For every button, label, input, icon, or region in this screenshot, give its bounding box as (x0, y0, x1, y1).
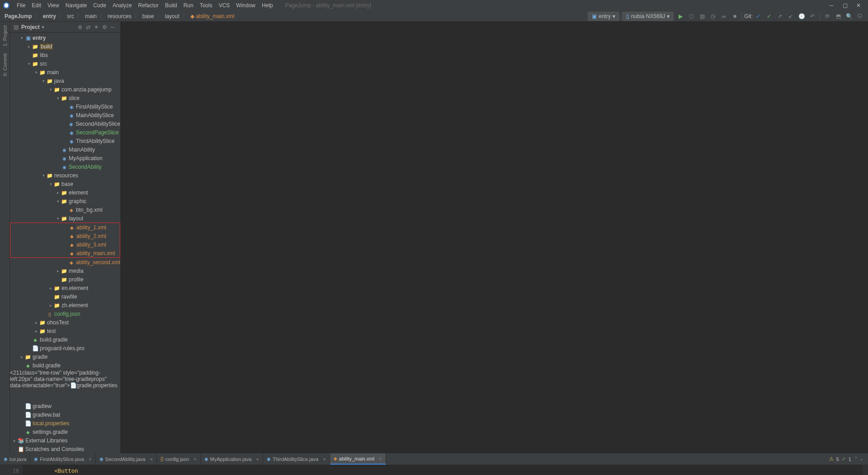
tree-localprops[interactable]: 📄local.properties (10, 419, 120, 428)
tree-gradlew[interactable]: 📄gradlew (10, 402, 120, 410)
tree-test[interactable]: ▸test (10, 327, 120, 335)
tree-mainability[interactable]: MainAbility (10, 145, 120, 154)
crumb-file[interactable]: ◆ ability_main.xml (189, 13, 236, 19)
menu-run[interactable]: Run (180, 2, 197, 9)
tree-layout[interactable]: ▾layout (10, 214, 120, 223)
attach-icon[interactable]: ⫘ (719, 11, 729, 21)
git-update-icon[interactable]: ✓ (753, 11, 763, 21)
tree-ability3[interactable]: ability_3.xml (10, 240, 120, 249)
expand-all-icon[interactable]: ⇄ (84, 24, 92, 30)
tree-scratches[interactable]: 📋Scratches and Consoles (10, 445, 120, 453)
project-dropdown-icon[interactable]: ▾ (42, 24, 44, 30)
debug-icon[interactable]: ⬡ (686, 11, 696, 21)
hide-icon[interactable]: ─ (108, 24, 117, 30)
notifications-icon[interactable]: 🗨 (855, 11, 865, 21)
settings-icon[interactable]: ⚙ (100, 24, 108, 30)
tree-proguard[interactable]: 📄proguard-rules.pro (10, 344, 120, 352)
tree-gradle[interactable]: ▸gradle (10, 352, 120, 361)
window-close-icon[interactable]: ✕ (852, 2, 865, 9)
menu-vcs[interactable]: VCS (216, 2, 233, 9)
tab-first[interactable]: ◉FirstAbilitySlice.java× (30, 453, 95, 465)
tree-buildgradle[interactable]: build.gradle (10, 335, 120, 344)
menu-navigate[interactable]: Navigate (62, 2, 90, 9)
tree-main[interactable]: ▾main (10, 68, 120, 76)
editor-scrollbar[interactable] (863, 465, 868, 475)
run-config-selector[interactable]: ▣entry ▾ (588, 12, 619, 21)
device-selector[interactable]: ▯nubia NX569J ▾ (622, 12, 674, 21)
tree-abilitysecond[interactable]: ability_second.xml (10, 258, 120, 266)
project-tree[interactable]: ▾entry ▸build libs ▾src ▾main ▾java ▾com… (10, 33, 120, 402)
tree-src[interactable]: ▾src (10, 59, 120, 68)
rail-project[interactable]: 1: Project (1, 22, 9, 50)
tree-secondslice[interactable]: SecondAbilitySlice (10, 119, 120, 128)
tree-secondpage[interactable]: SecondPageSlice (10, 128, 120, 137)
tree-extlibs[interactable]: ▸📚External Libraries (10, 436, 120, 445)
tab-abilitymain[interactable]: ◆ability_main.xml× (330, 453, 386, 465)
git-pull-icon[interactable]: ↙ (786, 11, 796, 21)
menu-refactor[interactable]: Refactor (135, 2, 162, 9)
tree-rawfile[interactable]: rawfile (10, 292, 120, 301)
tab-myapp[interactable]: ◉MyApplication.java× (201, 453, 263, 465)
tree-settings[interactable]: settings.gradle (10, 428, 120, 436)
window-minimize-icon[interactable]: ─ (825, 2, 838, 9)
tree-enelement[interactable]: ▸en.element (10, 284, 120, 292)
rail-commit[interactable]: 0: Commit (1, 50, 9, 80)
tree-mainslice[interactable]: MainAbilitySlice (10, 111, 120, 119)
git-history-icon[interactable]: 🕘 (797, 11, 807, 21)
crumb-entry[interactable]: entry (41, 13, 58, 19)
tree-configjson[interactable]: config.json (10, 309, 120, 318)
tree-pkg[interactable]: ▾com.anzia.pagejump (10, 85, 120, 94)
ide-sync-icon[interactable]: ⬒ (833, 11, 843, 21)
window-maximize-icon[interactable]: ▢ (838, 2, 852, 9)
tree-myapp[interactable]: MyApplication (10, 154, 120, 162)
git-push-icon[interactable]: ↗ (775, 11, 785, 21)
search-icon[interactable]: 🔍 (844, 11, 854, 21)
tree-java[interactable]: ▾java (10, 76, 120, 85)
menu-view[interactable]: View (44, 2, 62, 9)
tab-second[interactable]: ◉SecondAbility.java× (96, 453, 157, 465)
tree-btnbg[interactable]: btn_bg.xml (10, 205, 120, 214)
tab-third[interactable]: ◉ThirdAbilitySlice.java× (263, 453, 330, 465)
tab-ice[interactable]: ◉ice.java (0, 453, 30, 465)
tree-slice[interactable]: ▾slice (10, 94, 120, 102)
crumb-project[interactable]: PageJump (3, 13, 34, 19)
crumb-base[interactable]: base (141, 13, 156, 19)
tab-config[interactable]: {}config.json× (157, 453, 201, 465)
menu-code[interactable]: Code (90, 2, 109, 9)
tree-resources[interactable]: ▾resources (10, 171, 120, 180)
tree-buildgradle2[interactable]: build.gradle (10, 361, 120, 370)
menu-edit[interactable]: Edit (28, 2, 44, 9)
coverage-icon[interactable]: ▤ (697, 11, 707, 21)
tree-thirdslice[interactable]: ThirdAbilitySlice (10, 137, 120, 145)
code-editor[interactable]: <Button ohos:id="$+id:btn_1" ohos:height… (23, 465, 863, 475)
crumb-layout[interactable]: layout (163, 13, 181, 19)
menu-help[interactable]: Help (259, 2, 276, 9)
menu-tools[interactable]: Tools (197, 2, 216, 9)
tree-zhelement[interactable]: ▸zh.element (10, 301, 120, 309)
tree-secondability[interactable]: SecondAbility (10, 162, 120, 171)
collapse-icon[interactable]: ✶ (92, 24, 100, 30)
tree-entry[interactable]: ▾entry (10, 33, 120, 42)
menu-window[interactable]: Window (233, 2, 259, 9)
tree-media[interactable]: ▸media (10, 266, 120, 275)
tree-libs[interactable]: libs (10, 51, 120, 59)
menu-file[interactable]: File (14, 2, 28, 9)
stop-icon[interactable]: ■ (730, 11, 740, 21)
ide-update-icon[interactable]: ⟳ (822, 11, 832, 21)
profile-icon[interactable]: ◷ (708, 11, 718, 21)
tree-ohostest[interactable]: ▸ohosTest (10, 318, 120, 327)
menu-analyze[interactable]: Analyze (109, 2, 135, 9)
tree-ability2[interactable]: ability_2.xml (10, 232, 120, 240)
crumb-src[interactable]: src (65, 13, 76, 19)
tree-base[interactable]: ▾base (10, 180, 120, 188)
tree-graphic[interactable]: ▾graphic (10, 197, 120, 205)
git-rollback-icon[interactable]: ↶ (807, 11, 817, 21)
crumb-main[interactable]: main (83, 13, 99, 19)
select-opened-icon[interactable]: ⊕ (76, 24, 84, 30)
tree-build[interactable]: ▸build (10, 42, 120, 51)
run-icon[interactable]: ▶ (675, 11, 685, 21)
git-commit-icon[interactable]: ✓ (764, 11, 774, 21)
crumb-resources[interactable]: resources (106, 13, 133, 19)
tree-element[interactable]: ▸element (10, 188, 120, 197)
tree-firstslice[interactable]: FirstAbilitySlice (10, 102, 120, 111)
